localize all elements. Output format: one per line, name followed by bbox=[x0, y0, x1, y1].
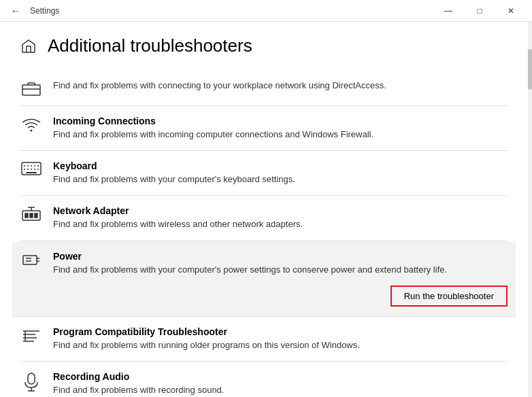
item-text: Incoming Connections Find and fix proble… bbox=[53, 116, 508, 141]
list-item: Find and fix problems with connecting to… bbox=[20, 70, 508, 106]
page-content: Additional troubleshooters Find bbox=[0, 22, 528, 397]
incoming-connections-icon bbox=[20, 116, 42, 133]
item-header: Recording Audio Find and fix problems wi… bbox=[20, 371, 508, 396]
run-troubleshooter-button[interactable]: Run the troubleshooter bbox=[390, 286, 508, 307]
workplace-icon bbox=[20, 80, 42, 96]
list-item-power-expanded[interactable]: Power Find and fix problems with your co… bbox=[12, 241, 516, 317]
svg-rect-17 bbox=[35, 213, 37, 218]
item-text: Power Find and fix problems with your co… bbox=[53, 251, 508, 276]
troubleshooter-list: Find and fix problems with connecting to… bbox=[20, 70, 508, 397]
item-header: Power Find and fix problems with your co… bbox=[20, 251, 508, 276]
network-adapter-icon bbox=[20, 205, 42, 223]
item-text: Recording Audio Find and fix problems wi… bbox=[53, 371, 508, 396]
item-desc-3: Find and fix problems with wireless and … bbox=[53, 218, 508, 230]
item-text: Network Adapter Find and fix problems wi… bbox=[53, 205, 508, 230]
svg-rect-0 bbox=[22, 85, 40, 95]
item-title-3: Network Adapter bbox=[53, 205, 508, 216]
recording-audio-icon bbox=[20, 371, 42, 392]
home-icon bbox=[20, 38, 37, 54]
item-text: Find and fix problems with connecting to… bbox=[53, 80, 508, 92]
item-title-6: Recording Audio bbox=[53, 371, 508, 382]
item-title-1: Incoming Connections bbox=[53, 116, 508, 126]
item-text: Program Compatibility Troubleshooter Fin… bbox=[53, 326, 508, 351]
item-header: Network Adapter Find and fix problems wi… bbox=[20, 205, 508, 230]
item-header: Keyboard Find and fix problems with your… bbox=[20, 160, 508, 186]
svg-rect-16 bbox=[30, 213, 33, 218]
svg-rect-20 bbox=[23, 256, 37, 264]
item-desc-2: Find and fix problems with your computer… bbox=[53, 173, 508, 186]
close-button[interactable]: ✕ bbox=[495, 0, 527, 22]
item-title-2: Keyboard bbox=[53, 160, 508, 171]
item-header: Find and fix problems with connecting to… bbox=[20, 80, 508, 96]
power-icon bbox=[20, 251, 42, 267]
scrollbar[interactable] bbox=[528, 22, 532, 397]
back-button[interactable]: ← bbox=[8, 4, 23, 18]
minimize-button[interactable]: — bbox=[433, 0, 464, 22]
item-title-4: Power bbox=[53, 251, 508, 262]
svg-rect-15 bbox=[25, 213, 28, 218]
svg-rect-30 bbox=[28, 373, 35, 384]
item-desc-6: Find and fix problems with recording sou… bbox=[53, 384, 508, 396]
list-item[interactable]: Recording Audio Find and fix problems wi… bbox=[20, 362, 508, 397]
page-header: Additional troubleshooters bbox=[20, 35, 508, 56]
main-content: Additional troubleshooters Find bbox=[0, 22, 532, 397]
list-item[interactable]: Network Adapter Find and fix problems wi… bbox=[20, 196, 508, 241]
item-desc-5: Find and fix problems with running older… bbox=[53, 339, 508, 351]
list-item[interactable]: Incoming Connections Find and fix proble… bbox=[20, 106, 508, 151]
item-desc-1: Find and fix problems with incoming comp… bbox=[53, 128, 508, 141]
title-bar-controls: — □ ✕ bbox=[433, 0, 527, 22]
item-header: Program Compatibility Troubleshooter Fin… bbox=[20, 326, 508, 351]
list-item[interactable]: Program Compatibility Troubleshooter Fin… bbox=[20, 317, 508, 362]
title-bar-left: ← Settings bbox=[8, 4, 59, 18]
program-compat-icon bbox=[20, 326, 42, 344]
maximize-button[interactable]: □ bbox=[464, 0, 495, 22]
item-desc-0: Find and fix problems with connecting to… bbox=[53, 80, 508, 92]
item-header: Incoming Connections Find and fix proble… bbox=[20, 116, 508, 141]
run-btn-container: Run the troubleshooter bbox=[20, 286, 508, 307]
item-title-5: Program Compatibility Troubleshooter bbox=[53, 326, 508, 337]
keyboard-icon bbox=[20, 160, 42, 175]
page-title: Additional troubleshooters bbox=[48, 35, 252, 56]
title-bar-title: Settings bbox=[30, 6, 59, 16]
title-bar: ← Settings — □ ✕ bbox=[0, 0, 532, 22]
item-desc-4: Find and fix problems with your computer… bbox=[53, 264, 508, 276]
item-text: Keyboard Find and fix problems with your… bbox=[53, 160, 508, 186]
list-item[interactable]: Keyboard Find and fix problems with your… bbox=[20, 151, 508, 196]
